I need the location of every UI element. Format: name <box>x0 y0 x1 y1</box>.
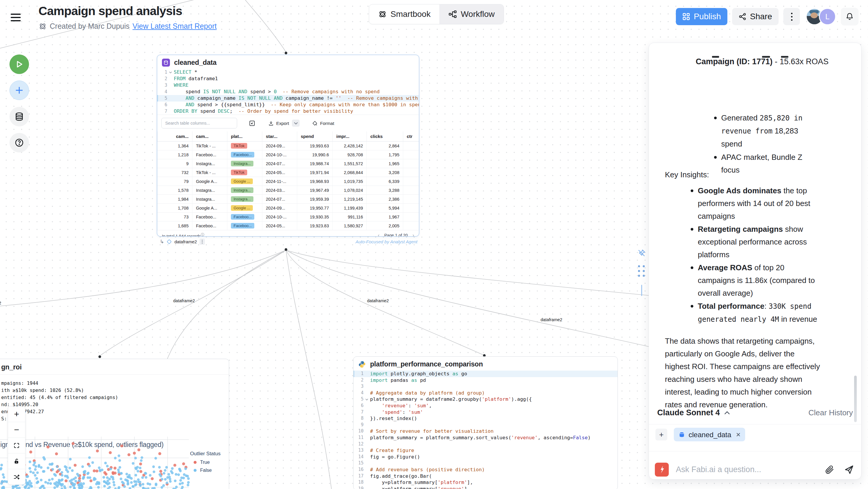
panel-drag-handle[interactable] <box>638 265 645 277</box>
code-line[interactable]: 10# Sort by revenue for better visualiza… <box>353 428 618 434</box>
chip-close-icon[interactable]: × <box>736 428 740 441</box>
table-cell <box>403 195 419 204</box>
output-options-icon[interactable] <box>199 239 205 245</box>
code-line[interactable]: 1SELECT * <box>157 69 419 75</box>
column-header[interactable]: spend <box>297 131 333 142</box>
python-editor[interactable]: 1import plotly.graph_objects as go2impor… <box>353 371 618 489</box>
code-line[interactable]: 11platform_summary = platform_summary.so… <box>353 434 618 441</box>
column-header[interactable]: clicks <box>367 131 403 142</box>
table-row[interactable]: 9Instagra...Instagra...2024-07...19,988.… <box>157 159 419 168</box>
fit-view-button[interactable] <box>8 437 25 453</box>
table-cell: 19,967.49 <box>297 186 333 195</box>
panel-scrollbar[interactable] <box>854 376 857 422</box>
kebab-icon <box>791 13 793 21</box>
table-row[interactable]: 1,984Instagra...Instagra...2024-07...19,… <box>157 195 419 204</box>
table-row[interactable]: 1,364TikTok - ...TikTok2024-09...19,993.… <box>157 142 419 150</box>
table-cell: 2,386 <box>367 195 403 204</box>
view-smart-report-link[interactable]: View Latest Smart Report <box>133 22 217 30</box>
code-line[interactable]: 5 AND campaign_name IS NOT NULL AND camp… <box>157 95 419 101</box>
result-table[interactable]: cam...cam...plat...star...spendimpr...cl… <box>157 131 419 230</box>
tab-smartbook[interactable]: Smartbook <box>369 4 439 24</box>
node-platform-performance-comparison[interactable]: platform_performance_comparison 1import … <box>353 357 618 489</box>
table-row[interactable]: 732TikTok - ...TikTok2024-05...19,971.94… <box>157 168 419 177</box>
menu-icon[interactable] <box>11 13 22 22</box>
code-line[interactable]: 17fig.add_trace(go.Bar( <box>353 473 618 480</box>
code-line[interactable]: 15 <box>353 460 618 466</box>
table-cell: 2024-09... <box>262 204 297 213</box>
column-header[interactable]: star... <box>262 131 297 142</box>
ask-question-input[interactable] <box>675 465 817 475</box>
shuffle-button[interactable] <box>8 469 25 485</box>
publish-label: Publish <box>694 12 721 21</box>
node-campaign-roi[interactable]: gn_roi mpaigns: 1944 ith ≥$10k spend: 10… <box>0 359 229 489</box>
code-line[interactable]: 18 y=platform_summary['platform'], <box>353 479 618 486</box>
add-context-button[interactable]: + <box>655 429 667 440</box>
search-table-columns-input[interactable] <box>161 118 237 128</box>
column-header[interactable]: cam... <box>192 131 227 142</box>
export-button[interactable]: Export <box>268 120 300 127</box>
attach-file-button[interactable] <box>823 463 836 476</box>
output-dataframe-label[interactable]: dataframe2 <box>174 239 197 244</box>
clear-history-button[interactable]: Clear History <box>808 406 853 419</box>
legend-item-true[interactable]: True <box>190 460 221 465</box>
code-line[interactable]: 9 <box>353 422 618 428</box>
format-label: Format <box>320 121 334 126</box>
code-line[interactable]: 16# Add revenue bars (positive direction… <box>353 466 618 473</box>
code-line[interactable]: 3 <box>353 383 618 390</box>
format-button[interactable]: Format <box>312 120 334 126</box>
code-line[interactable]: 1import plotly.graph_objects as go <box>353 371 618 377</box>
context-chip-cleaned-data[interactable]: cleaned_data × <box>674 428 745 441</box>
code-line[interactable]: 4 spend IS NOT NULL AND spend > 0 -- Rem… <box>157 89 419 95</box>
zoom-out-button[interactable]: − <box>8 422 25 437</box>
export-options-chevron[interactable] <box>292 120 300 127</box>
legend-item-false[interactable]: False <box>190 468 221 473</box>
data-sources-button[interactable] <box>9 107 29 126</box>
code-line[interactable]: 7ORDER BY spend DESC; -- Order by spend … <box>157 108 419 115</box>
code-line[interactable]: 19 x=platform_summary['revenue'], <box>353 486 618 489</box>
zoom-in-button[interactable]: + <box>8 406 25 422</box>
table-row[interactable]: 79Google A...Google ...2024-11-...19,968… <box>157 177 419 186</box>
table-row[interactable]: 1,578Instagra...Instagra...2024-03...19,… <box>157 186 419 195</box>
prev-page-chevron[interactable]: ‹ <box>378 232 379 237</box>
code-line[interactable]: 5platform_summary = dataframe2.groupby('… <box>353 396 618 403</box>
next-page-chevron[interactable]: › <box>412 232 414 237</box>
code-line[interactable]: 14fig = go.Figure() <box>353 454 618 460</box>
panel-resize-bar[interactable] <box>641 285 642 296</box>
code-line[interactable]: 7 'spend': 'sum' <box>353 409 618 416</box>
avatar[interactable]: L <box>819 8 836 25</box>
expand-table-button[interactable] <box>249 120 255 126</box>
unpin-icon[interactable] <box>637 249 646 257</box>
share-button[interactable]: Share <box>732 8 779 25</box>
run-workflow-button[interactable] <box>9 55 29 74</box>
code-line[interactable]: 3WHERE <box>157 82 419 89</box>
auto-focus-note: Auto-Focused by Analyst Agent <box>332 239 417 244</box>
notifications-button[interactable] <box>841 8 859 26</box>
code-line[interactable]: 2import pandas as pd <box>353 377 618 384</box>
send-button[interactable] <box>842 463 855 476</box>
model-selector[interactable]: Claude Sonnet 4 <box>657 406 730 419</box>
add-node-button[interactable] <box>9 81 29 100</box>
code-line[interactable]: 8}).reset_index() <box>353 415 618 422</box>
table-row[interactable]: 1,218Faceboo...Faceboo...2024-10-...19,9… <box>157 150 419 159</box>
column-header[interactable]: ctr <box>403 131 419 142</box>
column-header[interactable]: plat... <box>227 131 262 142</box>
help-button[interactable] <box>9 133 29 152</box>
code-line[interactable]: 6 AND spend > {{spend_limit}} -- Keep on… <box>157 101 419 108</box>
table-row[interactable]: 1,708Google A...Google ...2024-09...19,9… <box>157 204 419 213</box>
table-cell <box>403 213 419 221</box>
code-line[interactable]: 2FROM dataframe1 <box>157 75 419 82</box>
tab-workflow[interactable]: Workflow <box>439 4 503 24</box>
code-line[interactable]: 4# Aggregate data by platform (ad group) <box>353 390 618 396</box>
publish-button[interactable]: Publish <box>676 8 727 25</box>
table-row[interactable]: 1,685Faceboo...Faceboo...2024-05...19,92… <box>157 221 419 230</box>
lock-button[interactable] <box>8 453 25 469</box>
more-menu-button[interactable] <box>783 8 800 25</box>
column-header[interactable]: impr... <box>333 131 367 142</box>
table-row[interactable]: 73Faceboo...Faceboo...2024-10-...19,930.… <box>157 213 419 221</box>
code-line[interactable]: 6 'revenue': 'sum', <box>353 403 618 409</box>
code-line[interactable]: 12 <box>353 441 618 448</box>
column-header[interactable]: cam... <box>157 131 192 142</box>
code-line[interactable]: 13# Create figure <box>353 447 618 454</box>
node-cleaned-data[interactable]: cleaned_data 1SELECT *2FROM dataframe13W… <box>157 55 419 237</box>
sql-editor[interactable]: 1SELECT *2FROM dataframe13WHERE4 spend I… <box>157 69 419 115</box>
